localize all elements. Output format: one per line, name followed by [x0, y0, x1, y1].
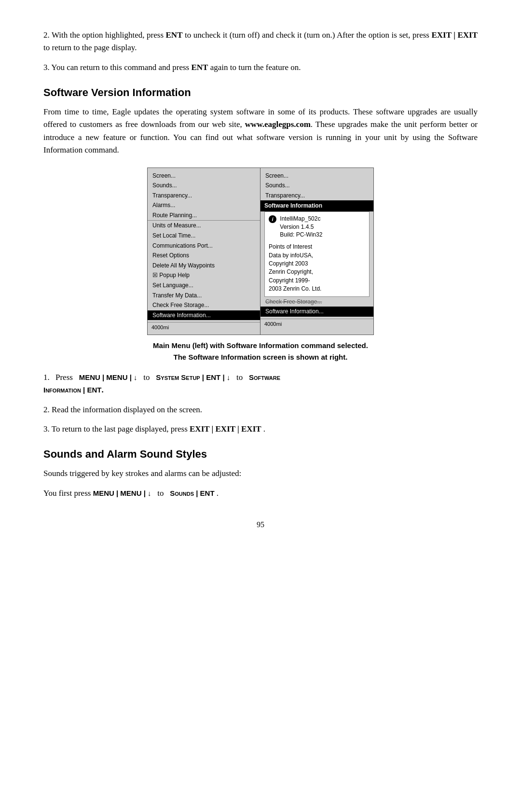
caption-line2: The Software Information screen is shown… — [174, 353, 348, 361]
paragraph-2: 3. You can return to this command and pr… — [43, 61, 478, 74]
section2-b: to — [157, 489, 164, 498]
step2-text: 2. Read the information displayed on the… — [43, 405, 202, 414]
info-line1: IntelliMap_502c — [280, 215, 320, 222]
paragraph-1: 2. With the option highlighted, press EN… — [43, 29, 478, 55]
step3-b: . — [263, 424, 265, 434]
screenshot-caption: Main Menu (left) with Software Informati… — [43, 340, 478, 363]
page-number-text: 95 — [257, 520, 264, 529]
right-checkfree: Check Free Storage... — [260, 297, 373, 307]
right-menu-footer: 4000mi — [260, 319, 373, 328]
section2-c: . — [217, 489, 219, 498]
step3-paragraph: 3. To return to the last page displayed,… — [43, 423, 478, 435]
para2-text: 3. You can return to this command and pr… — [43, 63, 191, 72]
section2-sounds: Sounds | ENT — [170, 489, 214, 497]
info-content-box: i IntelliMap_502c Version 1.4.5 Build: P… — [264, 211, 370, 297]
screenshot-container: Screen... Sounds... Transparency... Alar… — [43, 168, 478, 336]
info-icon: i — [269, 215, 276, 223]
step1-c: to — [236, 373, 243, 382]
info-line3: Build: PC-Win32 — [280, 231, 322, 238]
para1-b: to uncheck it (turn off) and check it (t… — [185, 30, 431, 40]
menu-item-route: Route Planning... — [148, 210, 260, 221]
info-box-header: Software Information — [260, 200, 373, 211]
section2-p1: Sounds triggered by key strokes and alar… — [43, 467, 478, 480]
poi-line3: Copyright 2003 — [269, 260, 308, 267]
left-menu-footer: 4000mi — [148, 322, 260, 332]
menu-item-settime: Set Local Time... — [148, 231, 260, 241]
step3-a: 3. To return to the last page displayed,… — [43, 424, 190, 434]
menu-item-comms: Communications Port... — [148, 241, 260, 251]
poi-line2: Data by infoUSA, — [269, 252, 313, 259]
step1-b: to — [143, 373, 150, 382]
poi-line4: Zenrin Copyright, — [269, 268, 313, 275]
poi-line6: 2003 Zenrin Co. Ltd. — [269, 285, 321, 292]
menu-item-software: Software Information... — [148, 310, 260, 321]
left-menu-screen: Screen... Sounds... Transparency... Alar… — [147, 168, 260, 336]
para1-exit: EXIT | EXIT — [431, 30, 478, 40]
poi-line1: Points of Interest — [269, 243, 312, 250]
right-info-screen: Screen... Sounds... Transparency... Soft… — [260, 168, 374, 336]
section2-menu: MENU | MENU | ↓ — [93, 489, 151, 497]
menu-item-checkfree: Check Free Storage... — [148, 300, 260, 310]
section1-paragraph: From time to time, Eagle updates the ope… — [43, 106, 478, 156]
right-screen-item: Screen... — [260, 171, 373, 181]
page-number: 95 — [43, 519, 478, 531]
menu-item-sounds: Sounds... — [148, 181, 260, 191]
info-line2: Version 1.4.5 — [280, 224, 314, 230]
poi-line5: Copyright 1999- — [269, 277, 310, 284]
menu-item-alarms: Alarms... — [148, 200, 260, 210]
menu-item-transfer: Transfer My Data... — [148, 291, 260, 301]
info-text: IntelliMap_502c Version 1.4.5 Build: PC-… — [280, 215, 322, 239]
menu-item-units: Units of Measure... — [148, 220, 260, 231]
step2-paragraph: 2. Read the information displayed on the… — [43, 404, 478, 416]
right-software-selected: Software Information... — [260, 307, 373, 317]
step1-num: 1. — [43, 373, 50, 382]
section2-p1-text: Sounds triggered by key strokes and alar… — [43, 469, 241, 478]
menu-item-delete: Delete All My Waypoints — [148, 261, 260, 271]
menu-item-popup: ☒ Popup Help — [148, 270, 260, 280]
menu-item-reset: Reset Options — [148, 251, 260, 261]
info-title-row: i IntelliMap_502c Version 1.4.5 Build: P… — [269, 215, 365, 239]
para1-ent: ENT — [166, 30, 183, 40]
step1-system: System Setup | ENT | ↓ — [156, 373, 230, 381]
caption-line1: Main Menu (left) with Software Informati… — [153, 341, 368, 350]
menu-item-screen: Screen... — [148, 171, 260, 181]
step1-paragraph: 1. Press MENU | MENU | ↓ to System Setup… — [43, 371, 478, 397]
para2-b: again to turn the feature on. — [210, 63, 301, 72]
section1-url: www.eaglegps.com — [245, 120, 311, 129]
right-sounds-item: Sounds... — [260, 181, 373, 191]
section2-p2a: You first press — [43, 489, 93, 498]
menu-item-transparency: Transparency... — [148, 191, 260, 201]
para2-ent: ENT — [191, 63, 208, 72]
step1-menu: MENU | MENU | ↓ — [79, 373, 137, 381]
para1-text: 2. With the option highlighted, press — [43, 30, 164, 40]
section2-p2: You first press MENU | MENU | ↓ to Sound… — [43, 487, 478, 500]
section1-heading: Software Version Information — [43, 84, 478, 101]
menu-item-language: Set Language... — [148, 280, 260, 291]
step1-a: Press — [55, 373, 73, 382]
right-transparency-item: Transparency... — [260, 191, 373, 201]
poi-text: Points of Interest Data by infoUSA, Copy… — [269, 243, 365, 293]
step3-exit: EXIT | EXIT | EXIT — [190, 424, 261, 434]
para1-c: to return to the page display. — [43, 43, 137, 52]
section2-heading: Sounds and Alarm Sound Styles — [43, 446, 478, 462]
